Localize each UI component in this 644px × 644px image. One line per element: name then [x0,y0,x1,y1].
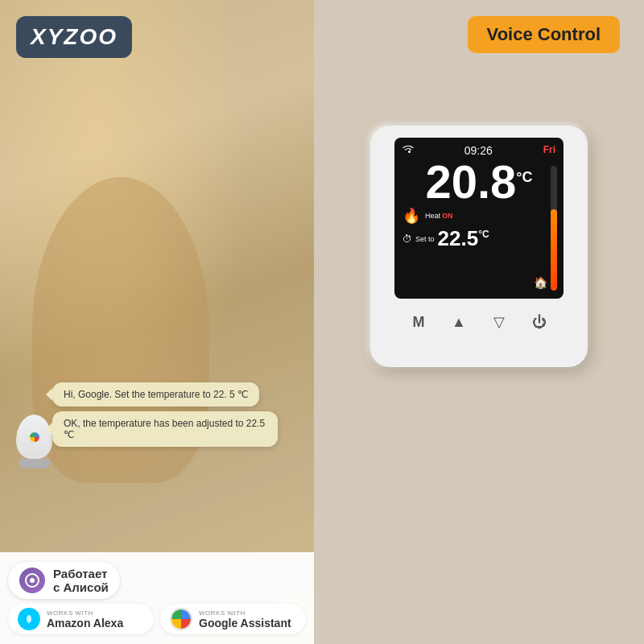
google-home-base [19,459,50,469]
heat-label: Heat [425,212,440,220]
alice-line1: Работает [53,567,109,580]
thermostat-screen: 09:26 Fri 20.8°C 🔥 Heat ON [394,138,564,299]
heat-on-badge: Heat ON [425,212,453,220]
google-assistant-text-block: WORKS WITH Google Assistant [199,609,291,630]
right-panel: Voice Control [314,0,644,644]
down-button[interactable]: ▽ [485,308,513,336]
flame-icon: 🔥 [402,207,420,225]
set-temp-row: ⏱ Set to 22.5°C [402,226,555,251]
day-display: Fri [543,144,555,155]
set-temperature: 22.5°C [438,226,489,251]
heat-status-row: 🔥 Heat ON [402,207,555,225]
alexa-text-block: WORKS WITH Amazon Alexa [47,609,123,630]
thermometer-fill [551,209,557,291]
svg-point-1 [30,578,35,583]
alice-text: Работает с Алисой [53,567,109,594]
on-label: ON [442,212,453,220]
google-home-dot [30,432,39,442]
badges-area: Работает с Алисой WORKS WITH [0,552,314,644]
google-works-with: WORKS WITH [199,609,291,617]
main-temp-block: 20.8°C [402,159,555,205]
menu-button[interactable]: M [405,308,432,336]
google-assistant-brand: Google Assistant [199,617,291,630]
thermostat-device: 09:26 Fri 20.8°C 🔥 Heat ON [370,126,588,367]
voice-control-label: Voice Control [487,24,601,44]
thermometer-bar [551,166,557,291]
alice-line2: с Алисой [53,580,109,594]
brand-logo: XYZOO [16,16,132,58]
up-button[interactable]: ▲ [445,308,473,336]
alice-icon [19,568,45,593]
main-container: XYZOO Hi, Google. Set the temperature to… [0,0,644,644]
celsius-unit: °C [516,169,532,185]
speech-text-1: Hi, Google. Set the temperature to 22. 5… [64,389,248,400]
thermostat-buttons: M ▲ ▽ ⏻ [382,308,576,336]
alexa-brand: Amazon Alexa [47,617,123,630]
speech-bubble-2: OK, the temperature has been adjusted to… [52,411,278,447]
speech-bubble-1: Hi, Google. Set the temperature to 22. 5… [52,382,259,407]
left-panel: XYZOO Hi, Google. Set the temperature to… [0,0,314,644]
wifi-icon [402,144,414,155]
google-assistant-badge: WORKS WITH Google Assistant [160,604,306,634]
voice-control-badge: Voice Control [468,16,620,53]
main-temperature: 20.8°C [425,155,532,208]
clock-icon: ⏱ [402,233,412,245]
alice-badge: Работает с Алисой [8,562,120,599]
home-icon: 🏠 [534,276,547,289]
power-button[interactable]: ⏻ [526,308,553,336]
alexa-icon [18,608,40,630]
works-with-row: WORKS WITH Amazon Alexa WORKS WITH Googl… [8,604,306,634]
logo-text: XYZOO [31,24,118,49]
set-to-label: Set to [415,235,435,243]
alexa-badge: WORKS WITH Amazon Alexa [8,604,154,634]
alexa-works-with: WORKS WITH [47,609,123,617]
ga-dot [171,609,191,629]
google-assistant-icon [170,608,192,630]
svg-point-3 [27,615,31,623]
google-home-body [16,415,52,459]
photo-background [0,0,314,644]
speech-text-2: OK, the temperature has been adjusted to… [64,418,265,440]
